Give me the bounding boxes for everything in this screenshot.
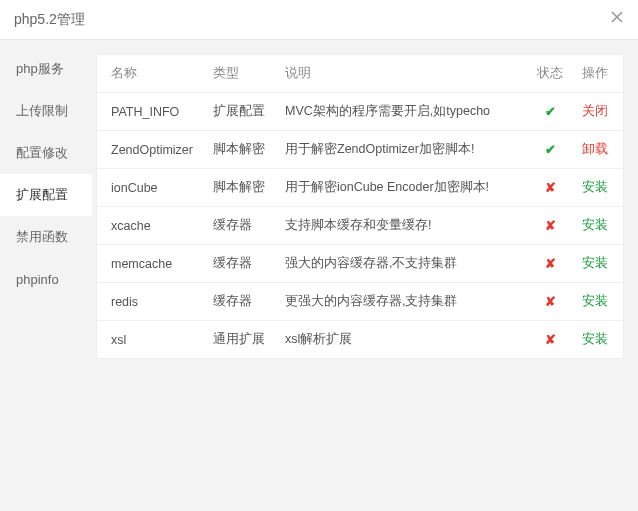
col-desc: 说明	[277, 55, 527, 93]
cell-desc: 用于解密ionCube Encoder加密脚本!	[277, 169, 527, 207]
sidebar-item-disable-functions[interactable]: 禁用函数	[0, 216, 92, 258]
cell-type: 脚本解密	[205, 131, 277, 169]
table-row: xcache缓存器支持脚本缓存和变量缓存!✘安装	[97, 207, 623, 245]
table-header-row: 名称 类型 说明 状态 操作	[97, 55, 623, 93]
col-name: 名称	[97, 55, 205, 93]
cell-type: 缓存器	[205, 207, 277, 245]
cell-name: xcache	[97, 207, 205, 245]
cell-name: memcache	[97, 245, 205, 283]
action-install[interactable]: 安装	[582, 218, 608, 232]
check-icon: ✔	[545, 143, 556, 157]
x-icon: ✘	[545, 181, 556, 195]
col-type: 类型	[205, 55, 277, 93]
extensions-panel: 名称 类型 说明 状态 操作 PATH_INFO扩展配置MVC架构的程序需要开启…	[96, 54, 624, 359]
cell-desc: 强大的内容缓存器,不支持集群	[277, 245, 527, 283]
x-icon: ✘	[545, 295, 556, 309]
close-icon[interactable]	[606, 6, 628, 28]
x-icon: ✘	[545, 333, 556, 347]
x-icon: ✘	[545, 219, 556, 233]
table-row: redis缓存器更强大的内容缓存器,支持集群✘安装	[97, 283, 623, 321]
cell-name: ionCube	[97, 169, 205, 207]
table-row: xsl通用扩展xsl解析扩展✘安装	[97, 321, 623, 359]
sidebar-item-config-edit[interactable]: 配置修改	[0, 132, 92, 174]
action-uninstall[interactable]: 卸载	[582, 142, 608, 156]
window-title: php5.2管理	[14, 11, 85, 29]
x-icon: ✘	[545, 257, 556, 271]
col-action: 操作	[573, 55, 623, 93]
table-row: ZendOptimizer脚本解密用于解密ZendOptimizer加密脚本!✔…	[97, 131, 623, 169]
col-status: 状态	[527, 55, 573, 93]
cell-type: 缓存器	[205, 283, 277, 321]
cell-type: 缓存器	[205, 245, 277, 283]
cell-name: ZendOptimizer	[97, 131, 205, 169]
sidebar: php服务 上传限制 配置修改 扩展配置 禁用函数 phpinfo	[0, 40, 92, 511]
cell-type: 通用扩展	[205, 321, 277, 359]
cell-desc: 支持脚本缓存和变量缓存!	[277, 207, 527, 245]
action-install[interactable]: 安装	[582, 256, 608, 270]
cell-desc: MVC架构的程序需要开启,如typecho	[277, 93, 527, 131]
sidebar-item-php-service[interactable]: php服务	[0, 48, 92, 90]
cell-type: 脚本解密	[205, 169, 277, 207]
action-close[interactable]: 关闭	[582, 104, 608, 118]
cell-desc: xsl解析扩展	[277, 321, 527, 359]
action-install[interactable]: 安装	[582, 180, 608, 194]
extensions-table: 名称 类型 说明 状态 操作 PATH_INFO扩展配置MVC架构的程序需要开启…	[97, 55, 623, 358]
table-row: memcache缓存器强大的内容缓存器,不支持集群✘安装	[97, 245, 623, 283]
cell-name: PATH_INFO	[97, 93, 205, 131]
sidebar-item-phpinfo[interactable]: phpinfo	[0, 258, 92, 300]
cell-name: xsl	[97, 321, 205, 359]
table-row: PATH_INFO扩展配置MVC架构的程序需要开启,如typecho✔关闭	[97, 93, 623, 131]
action-install[interactable]: 安装	[582, 294, 608, 308]
titlebar: php5.2管理	[0, 0, 638, 40]
cell-name: redis	[97, 283, 205, 321]
sidebar-item-upload-limit[interactable]: 上传限制	[0, 90, 92, 132]
action-install[interactable]: 安装	[582, 332, 608, 346]
check-icon: ✔	[545, 105, 556, 119]
sidebar-item-extension-config[interactable]: 扩展配置	[0, 174, 92, 216]
cell-desc: 用于解密ZendOptimizer加密脚本!	[277, 131, 527, 169]
cell-type: 扩展配置	[205, 93, 277, 131]
table-row: ionCube脚本解密用于解密ionCube Encoder加密脚本!✘安装	[97, 169, 623, 207]
cell-desc: 更强大的内容缓存器,支持集群	[277, 283, 527, 321]
